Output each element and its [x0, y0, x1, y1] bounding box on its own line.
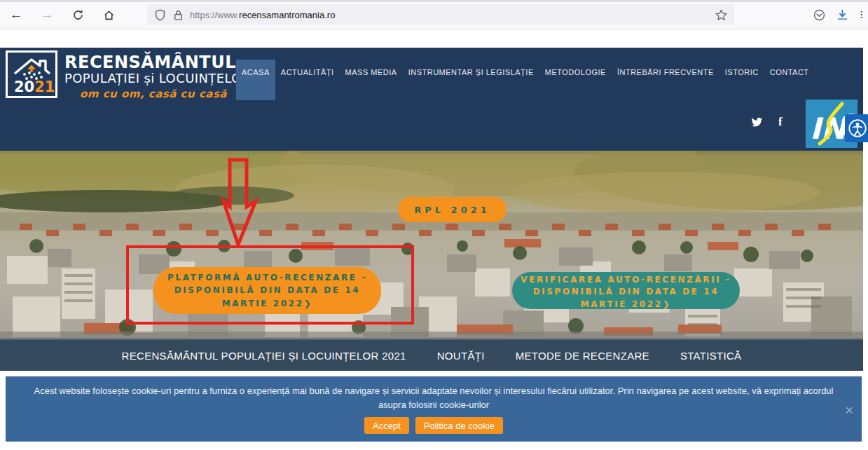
chevron-right-icon: ❯	[304, 299, 313, 308]
cookie-accept-button[interactable]: Accept	[364, 417, 409, 434]
chevron-right-icon: ❯	[663, 299, 672, 309]
lock-icon[interactable]	[172, 9, 184, 21]
webpage: 2021 RECENSĂMÂNTUL POPULAȚIEI și LOCUINȚ…	[0, 29, 863, 442]
nav-item-instrumentar[interactable]: INSTRUMENTAR ȘI LEGISLAȚIE	[403, 60, 539, 100]
site-header: 2021 RECENSĂMÂNTUL POPULAȚIEI și LOCUINȚ…	[0, 48, 863, 151]
nav-item-acasa[interactable]: ACASA	[236, 60, 275, 100]
subnav-noutati-link[interactable]: NOUTĂȚI	[437, 350, 485, 362]
site-title-line1: RECENSĂMÂNTUL	[64, 54, 251, 71]
site-title-line2: POPULAȚIEI și LOCUINȚELOR	[64, 71, 251, 86]
site-title: RECENSĂMÂNTUL POPULAȚIEI și LOCUINȚELOR …	[64, 54, 251, 100]
svg-text:2021: 2021	[14, 79, 55, 95]
browser-toolbar: ← → https://www.recensamantromania.ro ⁝	[0, 0, 868, 29]
browser-window: ← → https://www.recensamantromania.ro ⁝	[0, 0, 868, 450]
nav-item-contact[interactable]: CONTACT	[764, 60, 815, 100]
nav-item-intrebari[interactable]: ÎNTREBĂRI FRECVENTE	[612, 60, 719, 100]
nav-item-metodologie[interactable]: METODOLOGIE	[539, 60, 612, 100]
shield-icon[interactable]	[154, 9, 166, 21]
logo-year-white: 20	[14, 79, 34, 95]
facebook-icon[interactable]: f	[778, 115, 783, 129]
subnav-statistica-link[interactable]: STATISTICĂ	[680, 350, 741, 362]
window-top-edge	[0, 0, 868, 2]
twitter-icon[interactable]	[751, 116, 763, 128]
bookmark-star-icon[interactable]	[715, 9, 727, 21]
social-links: f	[751, 115, 783, 129]
rpl-2021-button[interactable]: RPL 2021	[398, 197, 507, 222]
forward-button[interactable]: →	[36, 4, 57, 25]
annotation-arrow-icon	[221, 158, 263, 247]
accessibility-person-icon	[847, 117, 868, 139]
home-icon[interactable]	[98, 4, 119, 25]
site-tagline: om cu om, casă cu casă	[80, 88, 251, 100]
cookie-banner: Acest website folosește cookie-uri pentr…	[6, 376, 862, 442]
subnav-metode-link[interactable]: METODE DE RECENZARE	[516, 350, 649, 362]
secondary-nav: RECENSĂMÂNTUL POPULAȚIEI ȘI LOCUINȚELOR …	[0, 339, 863, 371]
census-2021-logo-icon: 2021	[8, 53, 55, 96]
refresh-icon[interactable]	[67, 4, 88, 25]
logo-year-orange: 21	[34, 79, 55, 95]
cookie-policy-button[interactable]: Politica de cookie	[415, 417, 503, 434]
hero-section: RPL 2021 PLATFORMĂ AUTO-RECENZARE - DISP…	[0, 151, 863, 339]
cookie-close-icon[interactable]: ×	[845, 403, 853, 417]
verify-button-label: VERIFICAREA AUTO-RECENZĂRII - DISPONIBIL…	[521, 275, 731, 309]
cookie-message: Acest website folosește cookie-uri pentr…	[6, 376, 862, 412]
url-bar[interactable]: https://www.recensamantromania.ro	[147, 4, 734, 25]
url-text: https://www.recensamantromania.ro	[190, 10, 335, 20]
pocket-icon[interactable]	[813, 9, 825, 21]
subnav-recensamant-link[interactable]: RECENSĂMÂNTUL POPULAȚIEI ȘI LOCUINȚELOR …	[122, 350, 406, 362]
platform-button-label: PLATFORMĂ AUTO-RECENZARE - DISPONIBILĂ D…	[167, 273, 367, 308]
nav-item-actualitati[interactable]: ACTUALITĂȚI	[275, 60, 340, 100]
main-nav: ACASA ACTUALITĂȚI MASS MEDIA INSTRUMENTA…	[236, 60, 815, 100]
download-icon[interactable]	[836, 9, 848, 21]
verificare-auto-recenzare-button[interactable]: VERIFICAREA AUTO-RECENZĂRII - DISPONIBIL…	[512, 272, 740, 309]
site-logo[interactable]: 2021	[6, 50, 57, 98]
nav-item-mass-media[interactable]: MASS MEDIA	[340, 60, 403, 100]
nav-item-istoric[interactable]: ISTORIC	[719, 60, 764, 100]
menu-icon[interactable]: ⁝	[860, 10, 863, 20]
platform-auto-recenzare-button[interactable]: PLATFORMĂ AUTO-RECENZARE - DISPONIBILĂ D…	[153, 267, 381, 314]
back-button[interactable]: ←	[6, 4, 27, 25]
accessibility-button[interactable]	[845, 114, 868, 142]
